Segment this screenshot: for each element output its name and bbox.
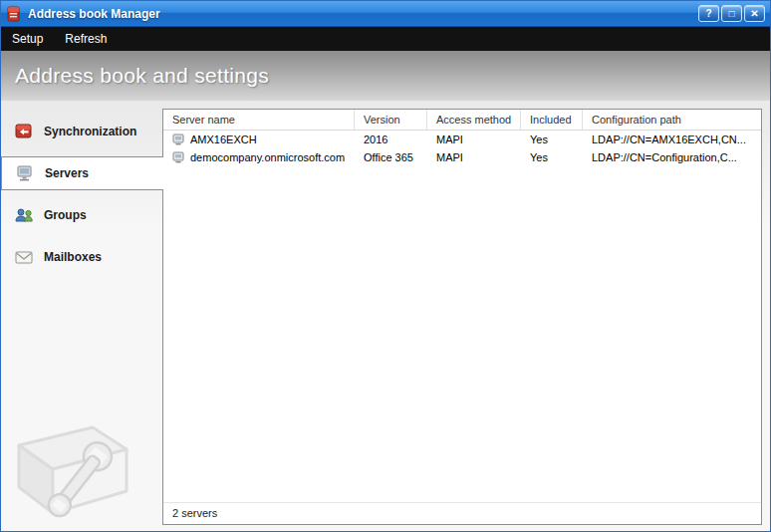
cell-version: Office 365 xyxy=(355,151,427,163)
cell-access-method: MAPI xyxy=(427,151,521,163)
page-title: Address book and settings xyxy=(15,64,269,88)
column-header-configuration-path[interactable]: Configuration path xyxy=(583,110,761,130)
servers-panel: Server name Version Access method Includ… xyxy=(162,109,762,525)
sidebar-item-label: Groups xyxy=(44,208,87,222)
server-row-icon xyxy=(172,133,186,145)
sidebar-item-servers[interactable]: Servers xyxy=(1,156,163,190)
cell-version: 2016 xyxy=(355,133,427,145)
table-row[interactable]: AMX16EXCH 2016 MAPI Yes LDAP://CN=AMX16E… xyxy=(163,131,761,148)
mailbox-icon xyxy=(13,248,35,266)
sidebar-item-groups[interactable]: Groups xyxy=(1,198,162,232)
sidebar-item-label: Synchronization xyxy=(44,125,136,138)
column-header-access-method[interactable]: Access method xyxy=(427,110,521,130)
cell-server-name: AMX16EXCH xyxy=(163,133,355,145)
status-text: 2 servers xyxy=(163,502,761,524)
server-name-text: democompany.onmicrosoft.com xyxy=(190,151,345,163)
server-icon xyxy=(14,164,36,182)
menu-bar: Setup Refresh xyxy=(1,27,770,51)
menu-setup[interactable]: Setup xyxy=(1,27,54,51)
sidebar-item-synchronization[interactable]: Synchronization xyxy=(1,115,162,148)
content-area: Synchronization Servers Groups xyxy=(1,101,770,531)
groups-icon xyxy=(13,206,35,224)
server-name-text: AMX16EXCH xyxy=(190,133,257,145)
sidebar-item-mailboxes[interactable]: Mailboxes xyxy=(1,240,162,274)
cell-included: Yes xyxy=(521,133,583,145)
cell-server-name: democompany.onmicrosoft.com xyxy=(163,151,355,163)
cell-configuration-path: LDAP://CN=Configuration,C... xyxy=(583,151,761,163)
app-window: Address book Manager ? □ ✕ Setup Refresh… xyxy=(0,0,771,532)
help-button[interactable]: ? xyxy=(698,5,719,22)
header-banner: Address book and settings xyxy=(1,51,770,101)
sidebar: Synchronization Servers Groups xyxy=(1,101,162,531)
title-bar: Address book Manager ? □ ✕ xyxy=(1,1,770,27)
sidebar-item-label: Mailboxes xyxy=(44,250,102,264)
column-header-server-name[interactable]: Server name xyxy=(163,110,355,130)
window-controls: ? □ ✕ xyxy=(698,5,765,22)
window-title: Address book Manager xyxy=(28,7,698,21)
close-button[interactable]: ✕ xyxy=(744,5,765,22)
sync-icon xyxy=(13,123,35,140)
table-header-row: Server name Version Access method Includ… xyxy=(163,110,761,131)
app-icon xyxy=(6,6,22,22)
column-header-version[interactable]: Version xyxy=(355,110,427,130)
cell-included: Yes xyxy=(521,151,583,163)
server-row-icon xyxy=(172,151,186,163)
table-row[interactable]: democompany.onmicrosoft.com Office 365 M… xyxy=(163,148,761,166)
column-header-included[interactable]: Included xyxy=(521,110,583,130)
toolbox-watermark-graphic xyxy=(5,388,144,529)
menu-refresh[interactable]: Refresh xyxy=(54,27,118,51)
sidebar-item-label: Servers xyxy=(45,166,89,180)
maximize-button[interactable]: □ xyxy=(721,5,742,22)
cell-access-method: MAPI xyxy=(427,133,521,145)
cell-configuration-path: LDAP://CN=AMX16EXCH,CN... xyxy=(583,133,761,145)
